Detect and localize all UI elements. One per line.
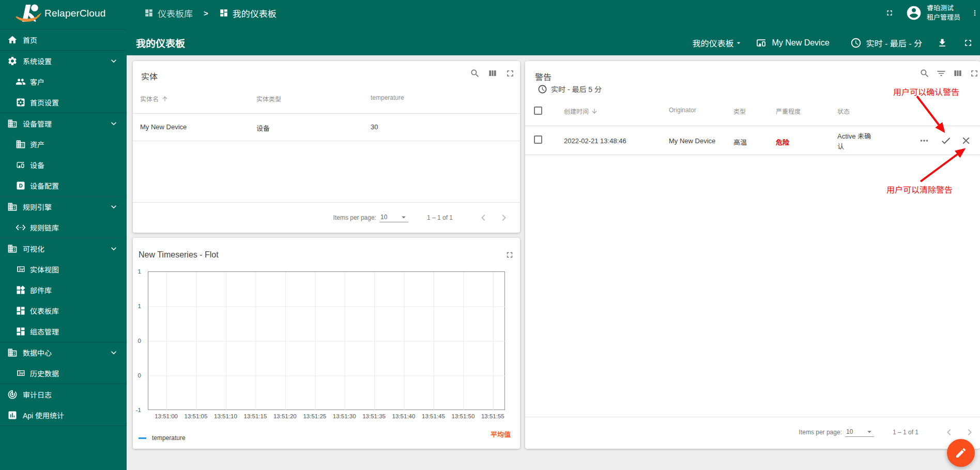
alarms-column-header-status[interactable]: 状态 [837,107,850,115]
sidebar-item-label: 首页设置 [30,97,59,108]
avatar[interactable] [906,5,922,21]
select-all-checkbox[interactable] [534,107,542,115]
sidebar-item-6[interactable]: 设备 [0,155,127,175]
table-divider [525,126,980,126]
alarms-column-header-originator[interactable]: Originator [669,107,696,114]
dashboard-state-select[interactable]: 我的仪表板 [692,37,743,49]
entity-name-cell: My New Device [140,123,187,131]
sidebar-item-17[interactable]: 审计日志 [0,384,127,405]
entities-column-header-temperature[interactable]: temperature [371,94,404,101]
column-label: 实体类型 [256,94,281,103]
entities-columns-button[interactable] [487,68,498,79]
sidebar-item-10[interactable]: 可视化 [0,238,127,259]
timewindow-button[interactable]: 实时 - 最后 - 分 [850,37,922,49]
table-divider [525,155,980,155]
alarm-acknowledge-button[interactable] [940,134,952,147]
entities-column-header-type[interactable]: 实体类型 [256,94,281,103]
sidebar-item-4[interactable]: 设备管理 [0,113,127,134]
download-button[interactable] [937,38,947,48]
fullscreen-icon [963,38,973,48]
chevron-right-icon [963,426,976,438]
arrow-drop-down-icon [734,39,743,47]
sidebar-item-5[interactable]: 资产 [0,134,127,155]
sidebar-item-label: 设备 [30,160,44,170]
widgets-icon [16,285,26,295]
sidebar-item-label: 实体视图 [30,264,59,275]
edit-dashboard-fab[interactable] [947,439,975,467]
sidebar-item-0[interactable]: 首页 [0,29,127,50]
breadcrumb-label: 仪表板库 [158,7,193,20]
legend-series-label[interactable]: temperature [152,434,186,442]
sidebar-item-12[interactable]: 部件库 [0,280,127,300]
alarms-timewindow[interactable]: 实时 - 最后 5 分 [538,84,602,94]
entities-fullscreen-button[interactable] [505,68,515,79]
page-size-select[interactable]: 10 [845,428,874,437]
sidebar-item-2[interactable]: 客户 [0,71,127,92]
column-label: 状态 [837,107,850,115]
app-logo[interactable]: RelaperCloud [0,0,127,29]
toolbar-fullscreen-button[interactable] [963,38,973,48]
entities-column-header-name[interactable]: 实体名 [140,94,169,103]
sidebar-item-label: 可视化 [23,244,44,254]
sidebar-item-8[interactable]: 规则引擎 [0,196,127,217]
sidebar-item-13[interactable]: 仪表板库 [0,300,127,321]
breadcrumb-item-current-dashboard[interactable]: 我的仪表板 [219,7,277,20]
more-horiz-icon [918,135,930,146]
alarms-search-button[interactable] [920,68,930,79]
alarms-column-header-type[interactable]: 类型 [733,107,746,115]
previous-page-button[interactable] [473,207,494,228]
alarms-columns-button[interactable] [953,68,963,79]
sidebar-item-14[interactable]: 组态管理 [0,321,127,342]
breadcrumb-item-dashboard-group[interactable]: 仪表板库 [144,7,193,20]
sidebar-item-7[interactable]: 设备配置 [0,175,127,196]
search-icon [470,68,480,79]
settings-ethernet-icon [16,222,26,233]
alarms-filter-button[interactable] [936,68,946,79]
fullscreen-button[interactable] [885,9,894,17]
sidebar-item-11[interactable]: 实体视图 [0,259,127,280]
sidebar-item-1[interactable]: 系统设置 [0,51,127,71]
next-page-button[interactable] [494,207,514,228]
arrow-downward-icon [591,108,598,115]
chevron-down-icon [109,202,119,212]
page-size-value: 10 [380,214,387,221]
entity-alias-chip[interactable]: My New Device [755,37,829,49]
x-tick-label: 13:51:45 [422,413,445,419]
fullscreen-icon [505,68,515,79]
alarms-column-header-created-time[interactable]: 创建时间 [564,107,598,115]
schedule-icon [850,37,862,49]
column-label: 类型 [733,107,746,115]
more-menu-button[interactable] [971,8,979,18]
page-size-select[interactable]: 10 [379,214,408,222]
chevron-down-icon [109,244,119,254]
y-tick-label: 0 [133,372,141,378]
chart-plot-area[interactable] [148,271,505,410]
user-name: 睿珀测试 [927,4,961,13]
breadcrumb: 仪表板库 > 我的仪表板 [144,0,277,26]
sidebar-item-3[interactable]: 首页设置 [0,92,127,113]
sidebar-item-15[interactable]: 数据中心 [0,342,127,363]
alarm-more-actions-button[interactable] [918,134,930,147]
annotation-acknowledge-text: 用户可以确认警告 [893,85,959,98]
alarms-column-header-severity[interactable]: 严重程度 [776,107,801,115]
column-label: temperature [371,94,404,101]
user-info[interactable]: 睿珀测试 租户管理员 [927,4,961,23]
alarm-row-checkbox[interactable] [534,135,542,144]
alarm-clear-button[interactable] [960,134,972,147]
sidebar-item-label: 资产 [30,139,44,149]
sidebar-item-16[interactable]: 历史数据 [0,363,127,384]
x-tick-label: 13:51:15 [244,413,267,419]
sidebar-item-label: 数据中心 [23,347,52,358]
entities-search-button[interactable] [470,68,480,79]
schedule-icon [538,84,547,94]
arrow-upward-icon [161,95,169,102]
chart-fullscreen-button[interactable] [505,250,514,260]
alarms-fullscreen-button[interactable] [969,68,979,79]
sidebar-item-18[interactable]: Api 使用统计 [0,405,127,426]
chart-average-label[interactable]: 平均值 [491,429,511,439]
sidebar-item-9[interactable]: 规则链库 [0,217,127,238]
x-tick-label: 13:51:50 [452,413,475,419]
sort-descending-icon [591,108,598,115]
dashboard-icon [16,306,26,316]
sidebar-item-label: 规则引擎 [23,202,52,212]
